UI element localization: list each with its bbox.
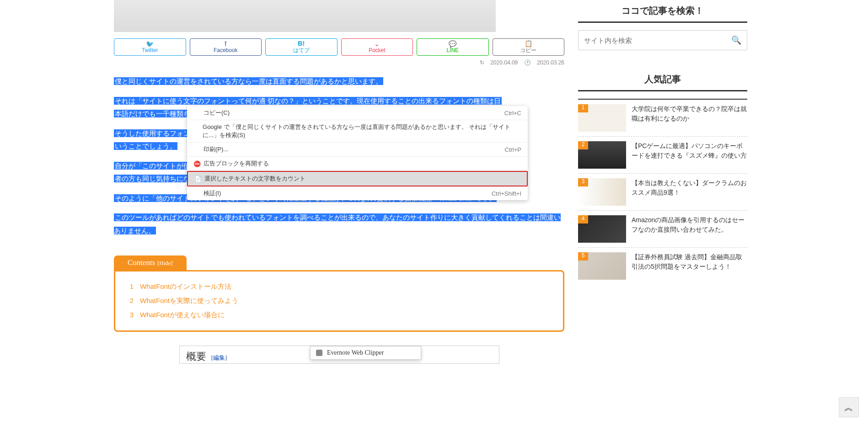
toc-label: WhatFontが使えない場合に [140,311,225,319]
selected-text: このツールがあればどのサイトでも使われているフォントを調べることが出来るので、あ… [114,213,561,234]
ctx-print[interactable]: 印刷(P)...Ctrl+P [187,143,528,157]
context-menu: コピー(C)Ctrl+C Google で「僕と同じくサイトの運営をされている方… [187,106,528,200]
line-icon: 💬 [449,41,456,47]
toc-label: WhatFontのインストール方法 [140,282,231,291]
footer-embed: 概要 [編集] Evernote Web Clipper [114,346,564,364]
share-label: コピー [520,47,536,54]
toc-item[interactable]: 2WhatFontを実際に使ってみよう [126,294,552,308]
popular-rank: 2 [578,141,588,149]
popular-thumb: 4 [578,215,626,243]
popular-thumb: 3 [578,178,626,206]
wiki-edit-link[interactable]: [編集] [211,354,227,361]
popular-title: 【本当は教えたくない】ダークラムのおススメ商品9選！ [632,178,747,206]
toc-label: WhatFontを実際に使ってみよう [140,297,238,305]
popular-rank: 5 [578,252,588,261]
toc-body: 1WhatFontのインストール方法 2WhatFontを実際に使ってみよう 3… [114,270,564,332]
twitter-icon: 🐦 [146,41,154,47]
popular-item[interactable]: 4 Amazonの商品画像を引用するのはセーフなのか直接問い合わせてみた。 [578,210,747,247]
popular-thumb: 2 [578,141,626,169]
pocket-icon: ⌄ [374,41,380,47]
share-label: Pocket [369,47,386,53]
popular-thumb: 5 [578,252,626,280]
share-twitter[interactable]: 🐦Twitter [114,38,186,56]
share-label: LINE [446,47,459,53]
popular-list: 1 大学院は何年で卒業できるの？院卒は就職は有利になるのか 2 【PCゲームに最… [578,99,747,284]
selected-text: 僕と同じくサイトの運営をされている方なら一度は直面する問題があるかと思います。 [114,77,383,85]
popular-title: Amazonの商品画像を引用するのはセーフなのか直接問い合わせてみた。 [632,215,747,243]
popular-item[interactable]: 5 【証券外務員試験 過去問】金融商品取引法の5択問題をマスターしよう！ [578,247,747,284]
hero-image [114,0,496,32]
share-copy[interactable]: 📋コピー [493,38,565,56]
adblock-icon: ⛔ [193,160,204,167]
toc-item[interactable]: 1WhatFontのインストール方法 [126,280,552,294]
share-label: Twitter [142,47,158,53]
evernote-clipper-popup[interactable]: Evernote Web Clipper [310,346,421,360]
share-label: はてブ [293,47,310,54]
share-pocket[interactable]: ⌄Pocket [341,38,413,56]
ctx-inspect[interactable]: 検証(I)Ctrl+Shift+I [187,186,528,200]
popular-item[interactable]: 3 【本当は教えたくない】ダークラムのおススメ商品9選！ [578,173,747,210]
search-box[interactable]: 🔍 [578,30,747,50]
ctx-copy[interactable]: コピー(C)Ctrl+C [187,106,528,120]
evernote-label: Evernote Web Clipper [327,349,384,357]
toc-item[interactable]: 3WhatFontが使えない場合に [126,308,552,322]
evernote-icon [316,350,322,356]
share-hatena[interactable]: B!はてブ [265,38,338,56]
popular-item[interactable]: 1 大学院は何年で卒業できるの？院卒は就職は有利になるのか [578,99,747,136]
toc-hide-toggle[interactable]: [Hide] [157,260,173,266]
table-of-contents: Contents [Hide] 1WhatFontのインストール方法 2What… [114,255,564,332]
copy-icon: 📋 [525,40,532,47]
popular-item[interactable]: 2 【PCゲームに最適】パソコンのキーボードを連打できる『スズメ蜂』の使い方 [578,136,747,173]
share-label: Facebook [214,47,238,53]
popular-rank: 4 [578,215,588,223]
ctx-count-chars[interactable]: 📄選択したテキストの文字数をカウント [187,171,528,186]
share-line[interactable]: 💬LINE [417,38,489,56]
hatena-icon: B! [298,40,305,47]
share-buttons: 🐦Twitter fFacebook B!はてブ ⌄Pocket 💬LINE 📋… [114,38,564,56]
wiki-snippet: 概要 [編集] Evernote Web Clipper [179,346,499,364]
toc-heading: Contents [Hide] [114,255,187,270]
facebook-icon: f [225,41,226,47]
popular-thumb: 1 [578,104,626,132]
share-facebook[interactable]: fFacebook [190,38,262,56]
popular-title: 【PCゲームに最適】パソコンのキーボードを連打できる『スズメ蜂』の使い方 [632,141,747,169]
ctx-google-search[interactable]: Google で「僕と同じくサイトの運営をされている方なら一度は直面する問題があ… [187,120,528,143]
popular-title: 大学院は何年で卒業できるの？院卒は就職は有利になるのか [632,104,747,132]
updated-date: ↻ 2020.04.09 [480,59,518,66]
search-section-title: ココで記事を検索！ [578,0,747,23]
popular-rank: 1 [578,104,588,112]
selected-text: 切なの？」ということです。現在使用することの出来るフォントの種類は日 [267,97,502,105]
popular-rank: 3 [578,178,588,186]
ctx-adblock[interactable]: ⛔広告ブロックを再開する [187,157,528,171]
popular-section-title: 人気記事 [578,69,747,91]
selected-text: それは「サイトに使う文字のフォントって何が適 [114,97,267,105]
published-date: 🕐 2020.03.26 [524,59,564,66]
search-icon[interactable]: 🔍 [731,35,741,45]
post-dates: ↻ 2020.04.09 🕐 2020.03.26 [114,59,564,66]
selected-text: いうことでしょう。 [114,142,177,150]
count-icon: 📄 [194,176,204,182]
search-input[interactable] [584,37,731,44]
wiki-heading: 概要 [186,351,206,362]
popular-title: 【証券外務員試験 過去問】金融商品取引法の5択問題をマスターしよう！ [632,252,747,280]
